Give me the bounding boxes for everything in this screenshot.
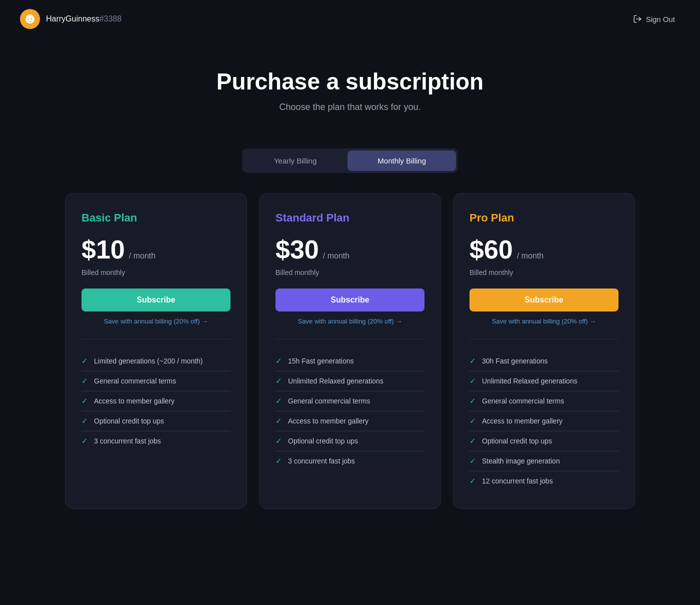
feature-row: ✓ 15h Fast generations	[276, 352, 424, 372]
billing-toggle: Yearly Billing Monthly Billing	[242, 148, 458, 173]
feature-row: ✓ General commercial terms	[276, 392, 424, 412]
save-annual-link-standard[interactable]: Save with annual billing (20% off) →	[276, 318, 424, 325]
feature-text: Access to member gallery	[288, 417, 368, 425]
feature-divider	[470, 470, 618, 471]
feature-row: ✓ Unlimited Relaxed generations	[276, 372, 424, 392]
feature-row: ✓ Optional credit top ups	[82, 412, 230, 432]
plan-card-pro: Pro Plan $60 / month Billed monthly Subs…	[453, 193, 635, 509]
features-list-basic: ✓ Limited generations (~200 / month) ✓ G…	[82, 352, 230, 450]
feature-text: General commercial terms	[94, 377, 176, 385]
feature-row: ✓ Optional credit top ups	[470, 432, 618, 452]
features-list-standard: ✓ 15h Fast generations ✓ Unlimited Relax…	[276, 352, 424, 470]
feature-item: ✓ Stealth image generation	[470, 452, 618, 470]
features-divider	[276, 339, 424, 340]
check-icon: ✓	[276, 456, 282, 466]
page-title: Purchase a subscription	[20, 68, 680, 95]
yearly-billing-button[interactable]: Yearly Billing	[244, 150, 346, 171]
feature-item: ✓ Optional credit top ups	[470, 432, 618, 450]
feature-text: Optional credit top ups	[94, 417, 164, 425]
feature-row: ✓ General commercial terms	[470, 392, 618, 412]
feature-item: ✓ Access to member gallery	[470, 412, 618, 430]
feature-text: Limited generations (~200 / month)	[94, 357, 203, 365]
check-icon: ✓	[470, 356, 476, 366]
features-divider	[82, 339, 230, 340]
feature-row: ✓ Unlimited Relaxed generations	[470, 372, 618, 392]
feature-divider	[82, 410, 230, 411]
feature-divider	[82, 390, 230, 391]
hero-section: Purchase a subscription Choose the plan …	[0, 38, 700, 132]
feature-item: ✓ 30h Fast generations	[470, 352, 618, 370]
feature-divider	[82, 430, 230, 431]
feature-row: ✓ 30h Fast generations	[470, 352, 618, 372]
save-annual-link-basic[interactable]: Save with annual billing (20% off) →	[82, 318, 230, 325]
plan-price: $10 / month	[82, 234, 230, 264]
feature-item: ✓ Optional credit top ups	[82, 412, 230, 430]
header-left: HarryGuinness#3388	[20, 9, 122, 29]
features-list-pro: ✓ 30h Fast generations ✓ Unlimited Relax…	[470, 352, 618, 490]
billing-toggle-wrapper: Yearly Billing Monthly Billing	[0, 148, 700, 173]
price-period: / month	[517, 252, 544, 260]
svg-point-1	[28, 18, 30, 20]
feature-row: ✓ Access to member gallery	[276, 412, 424, 432]
feature-item: ✓ Unlimited Relaxed generations	[470, 372, 618, 390]
plan-price: $30 / month	[276, 234, 424, 264]
feature-row: ✓ Access to member gallery	[470, 412, 618, 432]
feature-text: 3 concurrent fast jobs	[94, 437, 161, 445]
monthly-billing-button[interactable]: Monthly Billing	[348, 150, 456, 171]
feature-divider	[470, 390, 618, 391]
feature-text: 3 concurrent fast jobs	[288, 457, 355, 465]
plan-name: Standard Plan	[276, 212, 424, 224]
feature-row: ✓ 3 concurrent fast jobs	[276, 452, 424, 470]
feature-text: 30h Fast generations	[482, 357, 548, 365]
price-period: / month	[129, 252, 156, 260]
subscribe-button-pro[interactable]: Subscribe	[470, 288, 618, 312]
feature-item: ✓ Limited generations (~200 / month)	[82, 352, 230, 370]
plan-price: $60 / month	[470, 234, 618, 264]
subscribe-button-basic[interactable]: Subscribe	[82, 288, 230, 312]
svg-point-2	[31, 18, 32, 20]
feature-text: Access to member gallery	[94, 397, 174, 405]
logo-icon	[20, 9, 40, 29]
feature-text: Stealth image generation	[482, 457, 560, 465]
feature-row: ✓ General commercial terms	[82, 372, 230, 392]
feature-row: ✓ Stealth image generation	[470, 452, 618, 472]
feature-text: Optional credit top ups	[288, 437, 358, 445]
price-period: / month	[323, 252, 350, 260]
feature-item: ✓ General commercial terms	[470, 392, 618, 410]
features-divider	[470, 339, 618, 340]
plan-card-basic: Basic Plan $10 / month Billed monthly Su…	[65, 193, 247, 509]
username: HarryGuinness#3388	[46, 14, 122, 24]
price-amount: $60	[470, 234, 513, 264]
feature-item: ✓ 3 concurrent fast jobs	[82, 432, 230, 450]
feature-text: Unlimited Relaxed generations	[482, 377, 578, 385]
save-annual-link-pro[interactable]: Save with annual billing (20% off) →	[470, 318, 618, 325]
check-icon: ✓	[82, 436, 88, 446]
check-icon: ✓	[82, 396, 88, 406]
header: HarryGuinness#3388 Sign Out	[0, 0, 700, 38]
feature-divider	[470, 450, 618, 451]
feature-divider	[82, 370, 230, 371]
feature-item: ✓ Access to member gallery	[82, 392, 230, 410]
feature-text: 12 concurrent fast jobs	[482, 477, 553, 485]
check-icon: ✓	[82, 416, 88, 426]
check-icon: ✓	[470, 436, 476, 446]
check-icon: ✓	[470, 456, 476, 466]
feature-divider	[470, 410, 618, 411]
plan-card-standard: Standard Plan $30 / month Billed monthly…	[259, 193, 441, 509]
sign-out-button[interactable]: Sign Out	[628, 12, 680, 26]
check-icon: ✓	[276, 376, 282, 386]
check-icon: ✓	[470, 376, 476, 386]
plan-name: Basic Plan	[82, 212, 230, 224]
feature-item: ✓ Unlimited Relaxed generations	[276, 372, 424, 390]
feature-item: ✓ Optional credit top ups	[276, 432, 424, 450]
check-icon: ✓	[82, 376, 88, 386]
plans-grid: Basic Plan $10 / month Billed monthly Su…	[25, 193, 675, 539]
price-amount: $10	[82, 234, 125, 264]
feature-divider	[276, 430, 424, 431]
feature-row: ✓ Limited generations (~200 / month)	[82, 352, 230, 372]
feature-text: Unlimited Relaxed generations	[288, 377, 384, 385]
feature-item: ✓ 3 concurrent fast jobs	[276, 452, 424, 470]
feature-divider	[470, 370, 618, 371]
feature-item: ✓ 12 concurrent fast jobs	[470, 472, 618, 490]
subscribe-button-standard[interactable]: Subscribe	[276, 288, 424, 312]
